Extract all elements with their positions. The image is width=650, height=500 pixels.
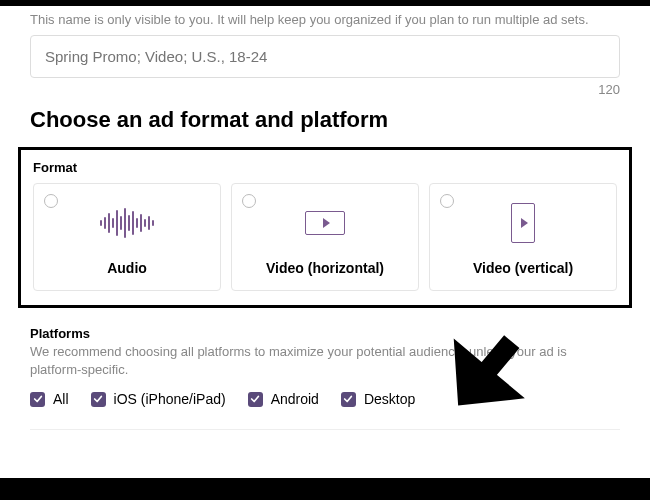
char-count: 120 bbox=[30, 82, 620, 97]
checkbox-checked-icon bbox=[30, 392, 45, 407]
checkbox-checked-icon bbox=[91, 392, 106, 407]
format-card-video-horizontal[interactable]: Video (horizontal) bbox=[231, 183, 419, 291]
platforms-row: All iOS (iPhone/iPad) Android Desktop bbox=[30, 391, 620, 407]
radio-icon bbox=[242, 194, 256, 208]
checkbox-checked-icon bbox=[248, 392, 263, 407]
platforms-label: Platforms bbox=[30, 326, 620, 341]
platform-checkbox-ios[interactable]: iOS (iPhone/iPad) bbox=[91, 391, 226, 407]
platforms-help-text: We recommend choosing all platforms to m… bbox=[30, 343, 620, 379]
platform-checkbox-desktop[interactable]: Desktop bbox=[341, 391, 415, 407]
adset-name-input[interactable] bbox=[30, 35, 620, 78]
platform-checkbox-android[interactable]: Android bbox=[248, 391, 319, 407]
video-horizontal-icon bbox=[242, 194, 408, 252]
format-section-highlight: Format Audio bbox=[18, 147, 632, 308]
platform-checkbox-all[interactable]: All bbox=[30, 391, 69, 407]
platform-label: Desktop bbox=[364, 391, 415, 407]
format-card-video-vertical[interactable]: Video (vertical) bbox=[429, 183, 617, 291]
format-card-label: Video (vertical) bbox=[440, 260, 606, 276]
main-content: This name is only visible to you. It wil… bbox=[0, 6, 650, 430]
radio-icon bbox=[44, 194, 58, 208]
bottom-border bbox=[0, 478, 650, 500]
checkbox-checked-icon bbox=[341, 392, 356, 407]
format-card-audio[interactable]: Audio bbox=[33, 183, 221, 291]
format-label: Format bbox=[33, 160, 617, 175]
platform-label: Android bbox=[271, 391, 319, 407]
format-card-label: Audio bbox=[44, 260, 210, 276]
video-vertical-icon bbox=[440, 194, 606, 252]
platform-label: All bbox=[53, 391, 69, 407]
radio-icon bbox=[440, 194, 454, 208]
format-card-label: Video (horizontal) bbox=[242, 260, 408, 276]
platform-label: iOS (iPhone/iPad) bbox=[114, 391, 226, 407]
format-grid: Audio Video (horizontal) Video (vertical… bbox=[33, 183, 617, 291]
section-title: Choose an ad format and platform bbox=[30, 107, 620, 133]
name-helper-text: This name is only visible to you. It wil… bbox=[30, 12, 620, 27]
divider bbox=[30, 429, 620, 430]
audio-waveform-icon bbox=[44, 194, 210, 252]
